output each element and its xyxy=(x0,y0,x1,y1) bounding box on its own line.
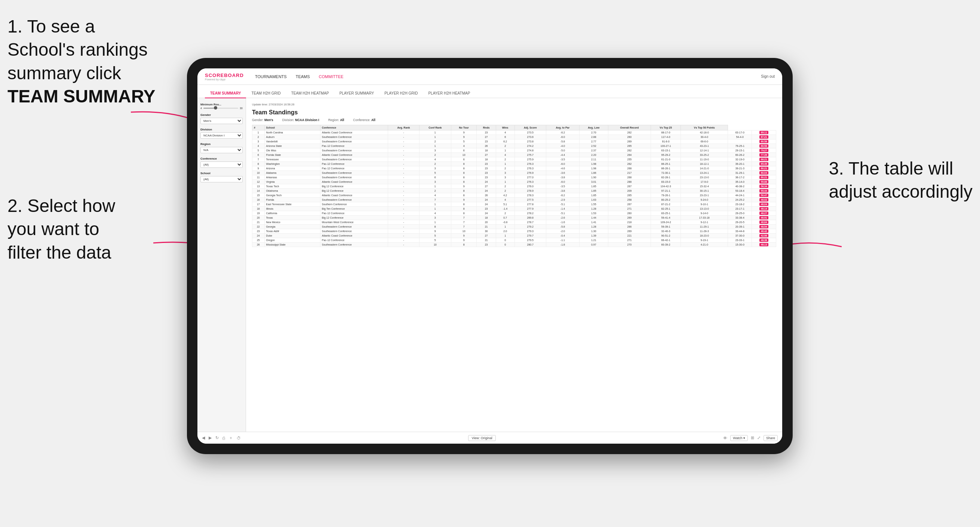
school-select[interactable]: (All) xyxy=(200,176,243,183)
table-cell-3-5: 4 xyxy=(451,144,476,148)
table-cell-13-4: 2 xyxy=(419,189,451,193)
table-cell-23-8: 279.7 xyxy=(514,233,546,238)
table-cell-5-5: 10 xyxy=(451,153,476,157)
table-cell-3-11: 265 xyxy=(608,144,651,148)
table-cell-0-9: -6.2 xyxy=(546,130,579,135)
table-cell-20-11: 218 xyxy=(608,220,651,225)
table-cell-0-1: North Carolina xyxy=(264,130,320,135)
table-cell-4-6: 18 xyxy=(477,148,496,153)
table-cell-5-12: 95-29-2 xyxy=(651,153,681,157)
table-cell-23-12: 90-51-2 xyxy=(651,233,681,238)
table-cell-12-12: 104-42-3 xyxy=(651,184,681,189)
sign-out[interactable]: Sign out xyxy=(761,75,775,78)
table-cell-20-8: 278.7 xyxy=(514,220,546,225)
table-cell-2-3: - xyxy=(388,140,419,144)
table-cell-3-15: 80.58 xyxy=(752,144,776,148)
table-row: 16FloridaSoutheastern Conference-7924427… xyxy=(252,198,776,202)
conference-filter-label: Conference: All xyxy=(353,118,375,122)
table-cell-18-9: -5.1 xyxy=(546,211,579,216)
view-original-btn[interactable]: View: Original xyxy=(468,435,495,441)
table-cell-8-13: 14-21-0 xyxy=(681,166,728,171)
table-cell-24-1: Oregon xyxy=(264,238,320,243)
share-icon[interactable]: ⎙ xyxy=(223,436,225,440)
table-cell-1-13: 30-4-0 xyxy=(681,135,728,140)
table-cell-2-0: 3 xyxy=(252,140,265,144)
table-cell-22-2: Southeastern Conference xyxy=(320,229,388,233)
table-cell-19-6: 18 xyxy=(477,216,496,220)
nav-back-icon[interactable]: ◀ xyxy=(202,435,205,440)
table-cell-3-7: 2 xyxy=(496,144,514,148)
update-time: Update time: 27/03/2024 16:56:26 xyxy=(252,103,294,106)
table-row: 23Texas A&MSoutheastern Conference-91030… xyxy=(252,229,776,233)
table-cell-7-4: 2 xyxy=(419,162,451,166)
tab-player-h2h-heatmap[interactable]: PLAYER H2H HEATMAP xyxy=(423,89,475,98)
expand-icon[interactable]: ⤢ xyxy=(757,435,760,440)
table-cell-8-11: 268 xyxy=(608,166,651,171)
grid-icon[interactable]: ⊞ xyxy=(751,435,754,440)
table-cell-25-6: 23 xyxy=(477,243,496,247)
tab-team-h2h-heatmap[interactable]: TEAM H2H HEATMAP xyxy=(286,89,334,98)
table-cell-24-2: Pac-12 Conference xyxy=(320,238,388,243)
tab-team-summary[interactable]: TEAM SUMMARY xyxy=(205,89,246,98)
table-cell-10-13: 23-13-0 xyxy=(681,175,728,180)
add-tab-icon[interactable]: ＋ xyxy=(229,435,233,441)
table-cell-1-8: 273.6 xyxy=(514,135,546,140)
nav-link-teams[interactable]: TEAMS xyxy=(296,75,310,79)
tab-player-summary[interactable]: PLAYER SUMMARY xyxy=(334,89,379,98)
nav-link-committee[interactable]: COMMITTEE xyxy=(319,75,344,79)
table-row: 4Arizona StatePac-12 Conference-14262274… xyxy=(252,144,776,148)
eye-icon[interactable]: 👁 xyxy=(723,436,727,440)
tab-player-h2h-grid[interactable]: PLAYER H2H GRID xyxy=(379,89,423,98)
table-cell-3-10: 2.52 xyxy=(579,144,608,148)
table-cell-23-4: 5 xyxy=(419,233,451,238)
nav-link-tournaments[interactable]: TOURNAMENTS xyxy=(255,75,287,79)
division-label: Division xyxy=(200,128,243,131)
table-cell-7-11: 262 xyxy=(608,162,651,166)
table-cell-21-9: -5.8 xyxy=(546,225,579,229)
table-row: 21New MexicoMountain West Conference-172… xyxy=(252,220,776,225)
share-button[interactable]: Share xyxy=(764,435,778,441)
table-cell-20-15: 46.84 xyxy=(752,220,776,225)
clock-icon[interactable]: ⏱ xyxy=(237,436,241,440)
table-cell-0-12: 88-17-0 xyxy=(651,130,681,135)
table-cell-20-5: 7 xyxy=(451,220,476,225)
table-cell-6-5: 6 xyxy=(451,157,476,162)
table-cell-18-3: - xyxy=(388,211,419,216)
table-cell-10-0: 11 xyxy=(252,175,265,180)
slider-thumb[interactable] xyxy=(214,106,217,110)
table-cell-0-10: 2.70 xyxy=(579,130,608,135)
table-cell-24-14: 23-33-1 xyxy=(728,238,752,243)
tab-bar: TEAM SUMMARY TEAM H2H GRID TEAM H2H HEAT… xyxy=(197,85,782,98)
table-cell-0-4: 1 xyxy=(419,130,451,135)
table-cell-3-6: 26 xyxy=(477,144,496,148)
table-cell-15-4: 7 xyxy=(419,198,451,202)
table-cell-8-9: -4.6 xyxy=(546,166,579,171)
slider-track[interactable] xyxy=(204,108,238,109)
gender-select[interactable]: Men's Women's xyxy=(200,118,243,124)
table-cell-1-6: 27 xyxy=(477,135,496,140)
table-cell-9-6: 23 xyxy=(477,171,496,175)
conference-select[interactable]: (All) xyxy=(200,162,243,168)
table-cell-2-12: 91-6-0 xyxy=(651,140,681,144)
region-select[interactable]: N/A All xyxy=(200,147,243,153)
refresh-icon[interactable]: ↻ xyxy=(215,435,219,440)
filter-conference: Conference (All) xyxy=(200,157,243,168)
table-cell-5-9: -4.4 xyxy=(546,153,579,157)
th-adj-score: Adj. Score xyxy=(514,125,546,130)
table-cell-18-2: Pac-12 Conference xyxy=(320,211,388,216)
table-cell-10-1: Arkansas xyxy=(264,175,320,180)
table-cell-12-15: 58.34 xyxy=(752,184,776,189)
table-cell-20-1: New Mexico xyxy=(264,220,320,225)
table-cell-19-14: 33-38-4 xyxy=(728,216,752,220)
table-cell-16-8: 277.8 xyxy=(514,202,546,207)
table-cell-13-8: 278.9 xyxy=(514,189,546,193)
table-cell-17-5: 8 xyxy=(451,207,476,211)
tab-team-h2h-grid[interactable]: TEAM H2H GRID xyxy=(246,89,286,98)
nav-forward-icon[interactable]: ▶ xyxy=(208,435,212,440)
division-select[interactable]: NCAA Division I NCAA Division II xyxy=(200,132,243,139)
table-cell-8-15: 60.21 xyxy=(752,166,776,171)
table-cell-22-3: - xyxy=(388,229,419,233)
table-cell-2-5: 5 xyxy=(451,140,476,144)
table-cell-22-15: 46.42 xyxy=(752,229,776,233)
watch-button[interactable]: Watch ▾ xyxy=(730,435,748,441)
